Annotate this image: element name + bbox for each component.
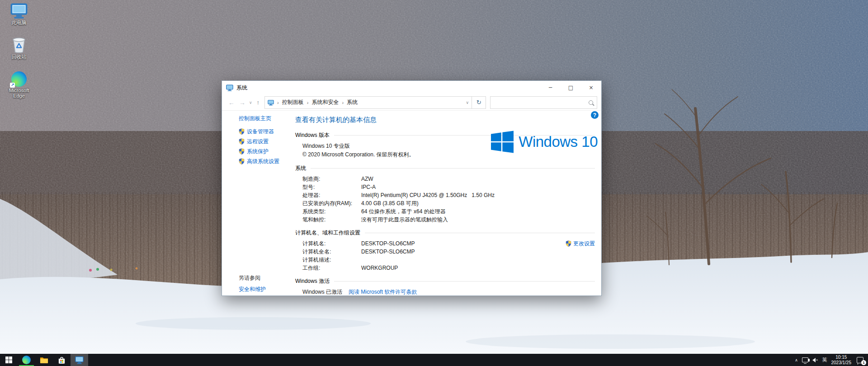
address-location-icon bbox=[268, 99, 274, 106]
minimize-button[interactable]: ─ bbox=[540, 81, 561, 94]
table-row: 系统类型: 64 位操作系统，基于 x64 的处理器 bbox=[302, 207, 595, 216]
clock-date: 2023/1/25 bbox=[831, 360, 852, 366]
shortcut-arrow-icon: ↗ bbox=[10, 83, 15, 88]
clock-time: 10:15 bbox=[831, 355, 852, 360]
search-box[interactable] bbox=[490, 96, 597, 109]
row-value: 4.00 GB (3.85 GB 可用) bbox=[361, 199, 419, 207]
sidebar-item-security-maintenance[interactable]: 安全和维护 bbox=[239, 286, 266, 292]
row-value: IPC-A bbox=[361, 183, 376, 191]
row-value: AZW bbox=[361, 175, 373, 183]
recycle-bin-icon bbox=[10, 36, 28, 53]
taskbar-item-file-explorer[interactable] bbox=[35, 354, 53, 366]
row-label: 计算机描述: bbox=[302, 256, 361, 264]
window-controls: ─ □ × bbox=[540, 81, 601, 94]
sidebar-item-remote-settings[interactable]: 远程设置 bbox=[239, 138, 295, 145]
window-content: 控制面板主页 设备管理器 远程设置 系统保护 高级系统设置 bbox=[222, 111, 601, 296]
change-settings-link[interactable]: 更改设置 bbox=[566, 239, 595, 248]
window-title: 系统 bbox=[236, 84, 247, 92]
back-button[interactable]: ← bbox=[226, 99, 237, 106]
activation-info: Windows 已激活 阅读 Microsoft 软件许可条款 产品 ID: 0… bbox=[295, 288, 595, 296]
recent-pages-dropdown-icon[interactable]: ∨ bbox=[248, 100, 254, 105]
action-center-icon[interactable]: 1 bbox=[857, 357, 863, 363]
microsoft-store-icon bbox=[57, 356, 66, 364]
taskbar-clock[interactable]: 10:15 2023/1/25 bbox=[831, 355, 852, 365]
search-input[interactable] bbox=[494, 99, 589, 106]
sidebar-item-device-manager[interactable]: 设备管理器 bbox=[239, 128, 295, 135]
table-row: 型号: IPC-A bbox=[302, 183, 595, 191]
windows-logo-text: Windows 10 bbox=[519, 133, 598, 150]
taskbar-item-microsoft-edge[interactable] bbox=[18, 354, 35, 366]
table-row: 计算机描述: bbox=[302, 256, 595, 264]
system-window: 系统 ─ □ × ← → ∨ ↑ › 控制面板 › 系统和安全 › 系统 bbox=[222, 80, 602, 296]
table-row: 计算机全名: DESKTOP-SLO6CMP bbox=[302, 248, 595, 256]
file-explorer-icon bbox=[40, 356, 48, 364]
sidebar-item-system-protection[interactable]: 系统保护 bbox=[239, 148, 295, 155]
search-icon bbox=[589, 100, 593, 105]
address-bar[interactable]: › 控制面板 › 系统和安全 › 系统 ∨ bbox=[264, 96, 472, 109]
close-button[interactable]: × bbox=[581, 81, 601, 94]
desktop-icon-label: 此电脑 bbox=[12, 20, 27, 25]
volume-muted-icon[interactable]: × bbox=[812, 358, 818, 362]
row-value: WORKGROUP bbox=[361, 264, 398, 272]
breadcrumb-system-security[interactable]: 系统和安全 bbox=[311, 99, 339, 106]
taskbar-item-system-window[interactable] bbox=[71, 354, 88, 366]
uac-shield-icon bbox=[239, 128, 245, 135]
edge-icon bbox=[22, 356, 31, 364]
maximize-button[interactable]: □ bbox=[561, 81, 581, 94]
start-button[interactable] bbox=[0, 354, 18, 366]
activation-status: Windows 已激活 bbox=[302, 288, 342, 296]
license-terms-link[interactable]: 阅读 Microsoft 软件许可条款 bbox=[349, 288, 417, 296]
uac-shield-icon bbox=[239, 138, 245, 145]
row-label: 型号: bbox=[302, 183, 361, 191]
uac-shield-icon bbox=[566, 240, 571, 247]
table-row: 计算机名: DESKTOP-SLO6CMP 更改设置 bbox=[302, 239, 595, 248]
section-title: Windows 版本 bbox=[295, 131, 330, 139]
breadcrumb-system[interactable]: 系统 bbox=[347, 99, 358, 106]
table-row: 笔和触控: 没有可用于此显示器的笔或触控输入 bbox=[302, 216, 595, 224]
section-rule bbox=[311, 168, 595, 169]
breadcrumb-control-panel[interactable]: 控制面板 bbox=[282, 99, 304, 106]
section-header-computer-name: 计算机名、域和工作组设置 bbox=[295, 229, 595, 237]
windows-flag-icon bbox=[491, 131, 514, 153]
forward-button[interactable]: → bbox=[237, 99, 248, 106]
help-icon[interactable]: ? bbox=[591, 111, 599, 119]
row-value: 64 位操作系统，基于 x64 的处理器 bbox=[361, 207, 446, 216]
desktop-icon-label: 回收站 bbox=[12, 54, 27, 60]
network-icon[interactable] bbox=[802, 357, 808, 362]
system-tray: ∧ × 英 10:15 2023/1/25 1 bbox=[795, 354, 868, 366]
desktop-icon-this-pc[interactable]: 此电脑 bbox=[3, 2, 35, 36]
refresh-button[interactable]: ↻ bbox=[472, 96, 486, 109]
edge-icon: ↗ bbox=[11, 71, 27, 87]
table-row: 制造商: AZW bbox=[302, 175, 595, 183]
mute-x: × bbox=[816, 358, 818, 362]
navigation-toolbar: ← → ∨ ↑ › 控制面板 › 系统和安全 › 系统 ∨ ↻ bbox=[222, 94, 601, 111]
desktop-icon-recycle-bin[interactable]: 回收站 bbox=[3, 36, 35, 70]
desktop: 此电脑 回收站 ↗ Microsoft Edge 系统 ─ □ × ← → ∨ bbox=[0, 0, 868, 366]
system-info-table: 制造商: AZW 型号: IPC-A 处理器: Intel(R) Pentium… bbox=[295, 175, 595, 224]
page-title: 查看有关计算机的基本信息 bbox=[295, 116, 595, 124]
row-label: 笔和触控: bbox=[302, 216, 361, 224]
see-also-section: 另请参阅 安全和维护 bbox=[239, 274, 266, 292]
windows-10-logo: Windows 10 bbox=[491, 131, 598, 153]
sidebar-item-control-panel-home[interactable]: 控制面板主页 bbox=[239, 115, 295, 122]
system-window-icon bbox=[226, 84, 233, 91]
section-title: 计算机名、域和工作组设置 bbox=[295, 229, 360, 237]
taskbar-item-microsoft-store[interactable] bbox=[53, 354, 71, 366]
title-bar[interactable]: 系统 ─ □ × bbox=[222, 81, 601, 94]
notification-badge: 1 bbox=[861, 360, 866, 365]
crumb-separator: › bbox=[276, 100, 280, 105]
row-label: 计算机全名: bbox=[302, 248, 361, 256]
see-also-header: 另请参阅 bbox=[239, 274, 266, 282]
windows-start-icon bbox=[5, 357, 13, 364]
row-label: 工作组: bbox=[302, 264, 361, 272]
desktop-icon-microsoft-edge[interactable]: ↗ Microsoft Edge bbox=[3, 70, 35, 105]
sidebar-item-advanced-system-settings[interactable]: 高级系统设置 bbox=[239, 158, 295, 164]
address-dropdown-icon[interactable]: ∨ bbox=[466, 100, 469, 105]
ime-language-indicator[interactable]: 英 bbox=[822, 357, 827, 363]
table-row: 工作组: WORKGROUP bbox=[302, 264, 595, 272]
row-value: DESKTOP-SLO6CMP bbox=[361, 248, 415, 256]
show-hidden-icons-chevron[interactable]: ∧ bbox=[795, 358, 798, 362]
link-label: 更改设置 bbox=[573, 239, 595, 248]
up-button[interactable]: ↑ bbox=[254, 99, 263, 106]
sidebar-item-label: 设备管理器 bbox=[247, 128, 274, 135]
